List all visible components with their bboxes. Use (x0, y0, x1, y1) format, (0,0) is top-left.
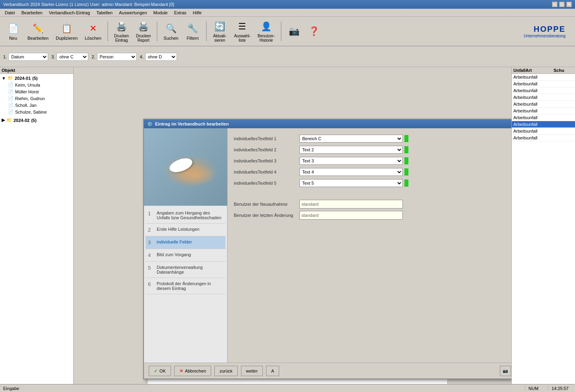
unfallart-3: Arbeitsunfall (513, 95, 573, 100)
unfallart-2: Arbeitsunfall (513, 88, 573, 93)
toolbar-aktualisieren-btn[interactable]: 🔄 Aktuali-sieren (210, 18, 230, 44)
toolbar-filtern-btn[interactable]: 🔧 Filtern (183, 18, 203, 44)
accident-row-1[interactable]: Arbeitsunfall (512, 81, 575, 87)
filtern-icon: 🔧 (186, 22, 199, 35)
right-panel: UnfallArt Schu Arbeitsunfall Arbeitsunfa… (511, 67, 575, 392)
aktualisieren-icon: 🔄 (214, 20, 226, 33)
tree-group-header-2024-02[interactable]: ▶ 📁 2024-02 (5) (1, 117, 72, 124)
toolbar: 📄 Neu ✏️ Bearbeiten 📋 Duplizieren ✕ Lösc… (0, 17, 575, 46)
accident-row-3[interactable]: Arbeitsunfall (512, 94, 575, 101)
hoppe-logo: HOPPE Unternehmensberatung (524, 25, 572, 38)
nav-number-5: 5 (148, 265, 154, 271)
filter-4-select[interactable]: ohne D (145, 53, 177, 61)
dialog-sidebar: 1 Angaben zum Hergang des Unfalls bzw Ge… (144, 128, 227, 363)
tree-group-header-2024-01[interactable]: ▼ 📁 2024-01 (5) (1, 75, 72, 81)
unfallart-7: Arbeitsunfall (513, 122, 573, 127)
tree-item-riehm[interactable]: 📄 Riehm, Gudrun (1, 95, 72, 102)
form-indicator-tf3 (404, 157, 408, 164)
accident-row-0[interactable]: Arbeitsunfall (512, 74, 575, 81)
menu-datei[interactable]: Datei (2, 10, 18, 16)
neu-label: Neu (9, 36, 17, 41)
tree-item-mueller[interactable]: 📄 Müller Horst (1, 88, 72, 95)
ok-label: OK (159, 369, 166, 373)
weiter-button[interactable]: weiter (241, 366, 263, 376)
form-select-tf2[interactable]: Text 2 (299, 146, 403, 154)
col-unfallart-header: UnfallArt (513, 68, 554, 73)
tree-item-keim[interactable]: 📄 Keim, Ursula (1, 81, 72, 88)
toolbar-bearbeiten-btn[interactable]: ✏️ Bearbeiten (25, 18, 51, 44)
accident-row-8[interactable]: Arbeitsunfall (512, 128, 575, 135)
drucken-eintrag-icon: 🖨️ (115, 20, 128, 33)
toolbar-auswahlliste-btn[interactable]: ☰ Auswahl-liste (231, 18, 253, 44)
user-field-letzte-aenderung[interactable] (299, 211, 403, 220)
menu-module[interactable]: Module (150, 10, 171, 16)
form-field-wrapper-tf4: Text 4 (299, 168, 408, 176)
bandage-visual (168, 156, 194, 175)
menu-auswertungen[interactable]: Auswertungen (116, 10, 150, 16)
toolbar-benutzer-historie-btn[interactable]: 👤 Benutzer-Historie (255, 18, 278, 44)
accident-row-2[interactable]: Arbeitsunfall (512, 87, 575, 94)
status-text: Eingabe (3, 386, 519, 391)
nav-item-6[interactable]: 6 Protokoll der Änderungen in diesem Ein… (146, 278, 225, 294)
font-button[interactable]: A (266, 366, 279, 376)
accident-row-9[interactable]: Arbeitsunfall (512, 135, 575, 141)
expand-icon-2024-01: ▼ (2, 76, 6, 81)
toolbar-drucken-eintrag-btn[interactable]: 🖨️ DruckenEintrag (111, 18, 132, 44)
filter-1-select[interactable]: Datum (8, 53, 48, 61)
accident-row-5[interactable]: Arbeitsunfall (512, 108, 575, 114)
abbrechen-button[interactable]: ✕ Abbrechen (174, 366, 211, 376)
zurueck-label: zurück (220, 369, 232, 373)
dialog-image-area (144, 128, 227, 206)
nav-number-2: 2 (148, 227, 154, 233)
menu-verbandbuch-eintrag[interactable]: Verbandbuch-Eintrag (46, 10, 93, 16)
toolbar-neu-btn[interactable]: 📄 Neu (3, 18, 23, 44)
nav-text-3: individuelle Felder (157, 239, 223, 244)
filter-2-select[interactable]: Person (97, 53, 137, 61)
nav-item-4[interactable]: 4 Bild zum Vorgang (146, 249, 225, 262)
menu-tabellen[interactable]: Tabellen (93, 10, 116, 16)
accident-row-7[interactable]: Arbeitsunfall (512, 121, 575, 128)
form-group-tf2: individuellesTextfeld 2 Text 2 (234, 146, 511, 154)
toolbar-loeschen-btn[interactable]: ✕ Löschen (82, 18, 104, 44)
minimize-btn[interactable]: — (552, 2, 558, 7)
title-bar: Verbandbuch 2024 Starter-Lizenz (1 Lizen… (0, 0, 575, 9)
form-select-tf1[interactable]: Bereich C (299, 135, 403, 143)
filtern-label: Filtern (186, 36, 199, 41)
dialog-nav: 1 Angaben zum Hergang des Unfalls bzw Ge… (144, 206, 227, 363)
footer-camera-btn[interactable]: 📷 (500, 366, 511, 376)
form-select-tf3[interactable]: Text 3 (299, 157, 403, 165)
form-select-tf5[interactable]: Text 5 (299, 179, 403, 187)
separator-2 (157, 21, 157, 41)
item-label-schulze: Schulze, Sabine (15, 110, 47, 114)
tree-item-scholl[interactable]: 📄 Scholl, Jan (1, 102, 72, 108)
accident-row-6[interactable]: Arbeitsunfall (512, 114, 575, 121)
nav-item-2[interactable]: 2 Erste Hilfe Leistungen (146, 224, 225, 236)
tree-group-2024-01: ▼ 📁 2024-01 (5) 📄 Keim, Ursula 📄 Müller … (1, 75, 72, 115)
toolbar-help-btn[interactable]: ❓ (305, 18, 323, 44)
menu-bearbeiten[interactable]: Bearbeiten (18, 10, 46, 16)
menu-hilfe[interactable]: Hilfe (190, 10, 205, 16)
zurueck-button[interactable]: zurück (214, 366, 237, 376)
form-indicator-tf2 (404, 146, 408, 153)
filter-3-select[interactable]: ohne C (56, 53, 88, 61)
form-label-tf4: individuellesTextfeld 4 (234, 170, 299, 174)
nav-item-5[interactable]: 5 Dokumentenverwaltung Dateianhänge (146, 262, 225, 278)
objekt-label: Objekt (0, 67, 73, 74)
user-field-neuaufnahme[interactable] (299, 200, 403, 209)
ok-button[interactable]: ✓ OK (149, 366, 171, 376)
form-select-tf4[interactable]: Text 4 (299, 168, 403, 176)
accident-row-4[interactable]: Arbeitsunfall (512, 101, 575, 108)
toolbar-duplizieren-btn[interactable]: 📋 Duplizieren (53, 18, 80, 44)
toolbar-suchen-btn[interactable]: 🔍 Suchen (161, 18, 181, 44)
nav-item-1[interactable]: 1 Angaben zum Hergang des Unfalls bzw Ge… (146, 207, 225, 224)
nav-item-3[interactable]: 3 individuelle Felder (146, 236, 225, 249)
auswahlliste-label: Auswahl-liste (234, 34, 251, 42)
separator-1 (107, 21, 108, 41)
tree-item-schulze[interactable]: 📄 Schulze, Sabine (1, 108, 72, 115)
unfallart-8: Arbeitsunfall (513, 129, 573, 133)
menu-extras[interactable]: Extras (171, 10, 190, 16)
close-btn[interactable]: ✕ (566, 2, 572, 7)
maximize-btn[interactable]: □ (559, 2, 565, 7)
toolbar-drucken-report-btn[interactable]: 🖨️ DruckenReport (133, 18, 153, 44)
toolbar-camera-btn[interactable]: 📷 (285, 18, 303, 44)
